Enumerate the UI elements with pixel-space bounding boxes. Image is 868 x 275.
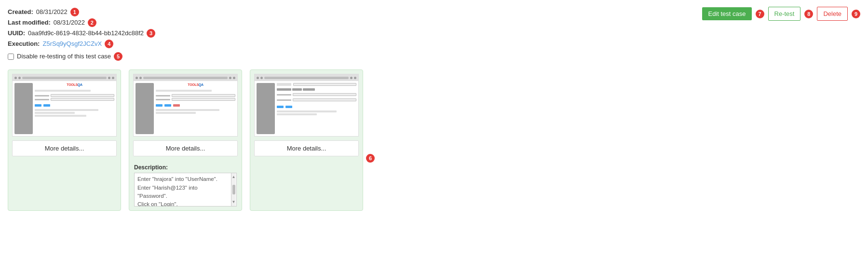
- toolbar-dot-3: [108, 77, 110, 79]
- badge-6-container: 6: [366, 154, 375, 163]
- input-2b: [172, 98, 235, 101]
- line-1b: [35, 112, 75, 114]
- blue-dots-1: [35, 104, 114, 107]
- form-rows-2: [156, 94, 235, 101]
- blue-dot-3b: [285, 106, 292, 108]
- delete-button[interactable]: Delete: [817, 7, 848, 21]
- blue-dot-1a: [35, 104, 41, 107]
- badge-9: 9: [852, 10, 860, 18]
- screenshot-sidebar-3: [257, 83, 275, 134]
- badge-2: 2: [88, 18, 96, 27]
- toolbar-dot-3c: [350, 77, 353, 79]
- blue-dots-3: [277, 106, 356, 108]
- toolbar-dot-2c: [229, 77, 231, 79]
- scrollbar-thumb: [232, 185, 235, 194]
- uuid-row: UUID: 0aa9fd9c-8619-4832-8b44-bb1242dc88…: [8, 28, 155, 39]
- card-1: TOOLSQA: [8, 69, 121, 211]
- toolbar-bar-2: [143, 77, 228, 79]
- execution-label: Execution:: [8, 39, 40, 49]
- screenshot-sidebar-1: [14, 83, 33, 134]
- form-rows-1: [35, 94, 114, 101]
- lines-group-1: [35, 109, 114, 117]
- label-3b: [277, 99, 291, 101]
- toolbar-dot-2: [18, 77, 21, 79]
- header-row-3: [277, 88, 356, 91]
- label-3a: [277, 94, 291, 96]
- screenshot-toolbar-3: [255, 74, 358, 81]
- line-1c: [35, 115, 86, 117]
- description-text: Enter "hrajora" into "UserName". Enter "…: [137, 175, 233, 206]
- badge-6: 6: [366, 154, 375, 163]
- cards-section: TOOLSQA: [8, 69, 860, 211]
- card-3-screenshot: [254, 74, 359, 137]
- header-piece-3a: [277, 88, 291, 91]
- scroll-down-arrow[interactable]: ▼: [232, 199, 236, 205]
- badge-7: 7: [756, 10, 764, 18]
- line-2a: [156, 109, 219, 111]
- card-2: TOOLSQA: [129, 69, 242, 211]
- form-field-2b: [156, 98, 235, 101]
- line-3b: [277, 113, 317, 115]
- line-2b: [156, 112, 196, 114]
- last-modified-row: Last modified: 08/31/2022 2: [8, 17, 155, 28]
- screenshot-content-3: [275, 81, 358, 136]
- toolsqa-logo-1: TOOLSQA: [67, 83, 82, 86]
- form-field-1a: [35, 94, 114, 97]
- last-modified-label: Last modified:: [8, 17, 51, 28]
- screenshot-body-1: TOOLSQA: [13, 81, 116, 136]
- screenshot-body-2: TOOLSQA: [134, 81, 237, 136]
- execution-row: Execution: Z5rSq9yQsgf2JCZvX 4: [8, 39, 155, 49]
- meta-info-section: Created: 08/31/2022 1 Last modified: 08/…: [8, 7, 155, 62]
- card-1-screenshot: TOOLSQA: [12, 74, 117, 137]
- last-modified-value: 08/31/2022: [54, 17, 85, 28]
- card-2-details-button[interactable]: More details...: [133, 140, 238, 156]
- desc-line-3: Click on "Login".: [137, 200, 227, 206]
- line-1a: [35, 109, 98, 111]
- execution-link[interactable]: Z5rSq9yQsgf2JCZvX: [42, 39, 102, 49]
- card-2-description: Description: Enter "hrajora" into "UserN…: [129, 160, 242, 210]
- form-field-2a: [156, 94, 235, 97]
- blue-dot-3a: [277, 106, 284, 108]
- toolbar-bar-1: [22, 77, 107, 79]
- line-3a: [277, 110, 337, 112]
- uuid-label: UUID:: [8, 28, 25, 39]
- input-3a: [293, 93, 356, 96]
- toolbar-dot-2a: [136, 77, 138, 79]
- label-1a: [35, 95, 49, 96]
- label-2a: [156, 95, 170, 96]
- toolbar-dot-3a: [257, 77, 259, 79]
- toolbar-bar-3: [264, 77, 349, 79]
- input-1b: [51, 98, 114, 101]
- form-field-3b: [277, 98, 356, 101]
- scroll-up-arrow[interactable]: ▲: [232, 174, 236, 180]
- disable-retest-checkbox[interactable]: [8, 54, 14, 60]
- description-scrollbar[interactable]: ▲ ▼: [231, 173, 236, 206]
- description-title: Description:: [134, 164, 237, 171]
- screenshot-toolbar-2: [134, 74, 237, 81]
- screenshot-sidebar-2: [136, 83, 154, 134]
- card-1-details-button[interactable]: More details...: [12, 140, 117, 156]
- toolbar-dot-2d: [233, 77, 235, 79]
- header-piece-3b: [292, 88, 302, 91]
- card-3-details-button[interactable]: More details...: [254, 140, 359, 156]
- badge-3: 3: [147, 29, 155, 38]
- toolbar-dot-3b: [260, 77, 263, 79]
- form-field-1b: [35, 98, 114, 101]
- nav-bar-3: [293, 83, 356, 86]
- page-header: Created: 08/31/2022 1 Last modified: 08/…: [8, 7, 860, 62]
- blue-dots-2: [156, 104, 235, 107]
- blue-dot-1b: [43, 104, 50, 107]
- retest-button[interactable]: Re-test: [768, 7, 801, 21]
- label-2b: [156, 99, 170, 100]
- blue-dot-2b: [164, 104, 171, 107]
- lines-group-2: [156, 109, 235, 114]
- created-label: Created:: [8, 7, 33, 17]
- created-value: 08/31/2022: [36, 7, 68, 17]
- edit-test-case-button[interactable]: Edit test case: [702, 7, 751, 20]
- toolbar-dot-2b: [139, 77, 142, 79]
- lines-group-3: [277, 110, 356, 115]
- form-field-3a: [277, 93, 356, 96]
- toolbar-dot-4: [112, 77, 114, 79]
- badge-8: 8: [804, 10, 813, 18]
- input-3b: [293, 98, 356, 101]
